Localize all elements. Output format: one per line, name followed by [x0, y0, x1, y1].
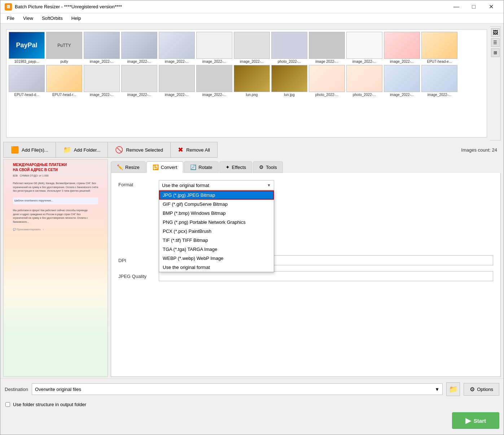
- remove-all-button[interactable]: ✖ Remove All: [171, 142, 218, 158]
- start-label: Start: [474, 418, 486, 424]
- list-item[interactable]: photo_2022-...: [309, 65, 345, 97]
- folder-structure-row: Use folder structure in output folder: [0, 400, 504, 409]
- image-gallery: PayPal 101983_payp... PuTTY putty image_…: [6, 29, 487, 138]
- list-item[interactable]: photo_2022-...: [346, 65, 382, 97]
- list-item[interactable]: image_2022-...: [234, 32, 270, 64]
- format-dropdown[interactable]: Use the original format ▼: [159, 180, 274, 190]
- start-button[interactable]: ▶ Start: [452, 412, 499, 429]
- list-item[interactable]: image_2022-...: [196, 32, 232, 64]
- format-row: Format Use the original format ▼ JPG (*.…: [118, 180, 493, 190]
- list-item[interactable]: image_2022-...: [421, 65, 457, 97]
- jpeg-quality-label: JPEG Quality: [118, 274, 154, 279]
- format-option-original[interactable]: Use the original format: [159, 263, 274, 272]
- list-item[interactable]: image_2022-...: [121, 65, 157, 97]
- tab-convert-label: Convert: [161, 165, 178, 170]
- remove-selected-button[interactable]: 🚫 Remove Selected: [108, 142, 171, 158]
- app-icon: 🖼: [5, 3, 12, 10]
- add-files-icon: 🟧: [11, 146, 19, 154]
- add-files-button[interactable]: 🟧 Add File(s)...: [3, 142, 56, 158]
- destination-folder-button[interactable]: 📁: [446, 382, 460, 396]
- window-controls: — □ ✕: [448, 1, 499, 12]
- maximize-button[interactable]: □: [465, 1, 482, 12]
- list-item[interactable]: EPU7-head-d...: [9, 65, 45, 97]
- remove-selected-label: Remove Selected: [126, 147, 163, 153]
- list-item[interactable]: photo_2022-...: [271, 32, 307, 64]
- grid-view-icon[interactable]: ⊞: [491, 48, 500, 57]
- start-row: ▶ Start: [0, 409, 504, 435]
- effects-icon: ✦: [225, 164, 230, 170]
- tab-resize-label: Resize: [125, 165, 140, 170]
- destination-bar: Destination Overwrite original files ▼ 📁…: [0, 378, 504, 400]
- main-area: МЕЖДУНАРОДНЫЕ ПЛАТЕЖИНА СВОЙ АДРЕС В СЕТ…: [3, 159, 501, 377]
- tab-resize[interactable]: ✏️ Resize: [111, 161, 146, 173]
- list-item[interactable]: image_2022-...: [84, 32, 120, 64]
- menu-softorbits[interactable]: SoftOrbits: [38, 14, 66, 22]
- list-item[interactable]: image_2022-...: [196, 65, 232, 97]
- list-item[interactable]: EPU7-head-e...: [421, 32, 457, 64]
- tab-tools-label: Tools: [266, 165, 277, 170]
- main-toolbar: 🟧 Add File(s)... 📁 Add Folder... 🚫 Remov…: [3, 142, 501, 158]
- tab-effects[interactable]: ✦ Effects: [219, 161, 253, 173]
- tab-effects-label: Effects: [232, 165, 246, 170]
- format-dropdown-wrapper: Use the original format ▼ JPG (*.jpg) JP…: [159, 180, 274, 190]
- format-option-png[interactable]: PNG (*.png) Portable Network Graphics: [159, 218, 274, 227]
- format-option-pcx[interactable]: PCX (*.pcx) PaintBrush: [159, 227, 274, 236]
- rotate-icon: 🔄: [190, 164, 196, 170]
- list-item[interactable]: PuTTY putty: [46, 32, 82, 64]
- format-option-jpg[interactable]: JPG (*.jpg) JPEG Bitmap: [159, 191, 274, 200]
- list-item[interactable]: image_2022-...: [159, 32, 195, 64]
- format-option-webp[interactable]: WEBP (*.webp) WebP Image: [159, 254, 274, 263]
- list-view-icon[interactable]: ☰: [491, 38, 500, 47]
- format-option-tga[interactable]: TGA (*.tga) TARGA Image: [159, 245, 274, 254]
- options-gear-icon: ⚙: [470, 386, 475, 393]
- list-item[interactable]: image_2022-...: [84, 65, 120, 97]
- folder-icon: 📁: [449, 385, 458, 393]
- main-window: 🖼 Batch Picture Resizer - ****Unregister…: [0, 0, 504, 435]
- list-item[interactable]: EPU7-head-r...: [46, 65, 82, 97]
- format-option-gif[interactable]: GIF (*.gif) CompuServe Bitmap: [159, 200, 274, 209]
- preview-image: МЕЖДУНАРОДНЫЕ ПЛАТЕЖИНА СВОЙ АДРЕС В СЕТ…: [4, 160, 108, 377]
- dropdown-arrow-icon: ▼: [267, 183, 271, 187]
- remove-all-icon: ✖: [178, 146, 183, 154]
- list-item[interactable]: PayPal 101983_payp...: [9, 32, 45, 64]
- list-item[interactable]: image_2022-...: [384, 65, 420, 97]
- dpi-label: DPI: [118, 258, 154, 263]
- add-folder-icon: 📁: [63, 146, 71, 154]
- tab-tools[interactable]: ⚙ Tools: [253, 161, 283, 173]
- menu-view[interactable]: View: [19, 14, 37, 22]
- destination-value: Overwrite original files: [35, 387, 81, 392]
- jpeg-quality-input[interactable]: [159, 271, 493, 281]
- start-arrow-icon: ▶: [465, 416, 471, 425]
- resize-icon: ✏️: [117, 164, 123, 170]
- title-bar: 🖼 Batch Picture Resizer - ****Unregister…: [0, 0, 504, 13]
- remove-selected-icon: 🚫: [115, 146, 123, 154]
- folder-structure-checkbox[interactable]: [5, 402, 10, 407]
- tools-icon: ⚙: [259, 164, 264, 170]
- destination-dropdown[interactable]: Overwrite original files ▼: [32, 383, 443, 395]
- format-option-bmp[interactable]: BMP (*.bmp) Windows Bitmap: [159, 209, 274, 218]
- add-folder-button[interactable]: 📁 Add Folder...: [56, 142, 108, 158]
- format-option-tif[interactable]: TIF (*.tif) TIFF Bitmap: [159, 236, 274, 245]
- image-view-icon[interactable]: 🖼: [491, 28, 500, 37]
- list-item[interactable]: lun.jpg: [271, 65, 307, 97]
- list-item[interactable]: image 2022-...: [309, 32, 345, 64]
- tab-rotate-label: Rotate: [198, 165, 212, 170]
- tab-convert[interactable]: 🔁 Convert: [146, 161, 184, 173]
- convert-tab-content: Format Use the original format ▼ JPG (*.…: [111, 173, 501, 377]
- list-item[interactable]: lun.png: [234, 65, 270, 97]
- add-files-label: Add File(s)...: [22, 147, 48, 153]
- remove-all-label: Remove All: [186, 147, 210, 153]
- menu-file[interactable]: File: [3, 14, 18, 22]
- minimize-button[interactable]: —: [448, 1, 465, 12]
- list-item[interactable]: image_2022-...: [346, 32, 382, 64]
- tab-rotate[interactable]: 🔄 Rotate: [184, 161, 218, 173]
- options-label: Options: [477, 387, 493, 392]
- images-count: Images count: 24: [461, 147, 501, 153]
- list-item[interactable]: image_2022-...: [384, 32, 420, 64]
- list-item[interactable]: image_2022-...: [159, 65, 195, 97]
- list-item[interactable]: image_2022-...: [121, 32, 157, 64]
- menu-help[interactable]: Help: [68, 14, 85, 22]
- close-button[interactable]: ✕: [483, 1, 499, 12]
- preview-panel: МЕЖДУНАРОДНЫЕ ПЛАТЕЖИНА СВОЙ АДРЕС В СЕТ…: [3, 159, 108, 377]
- options-button[interactable]: ⚙ Options: [464, 383, 499, 396]
